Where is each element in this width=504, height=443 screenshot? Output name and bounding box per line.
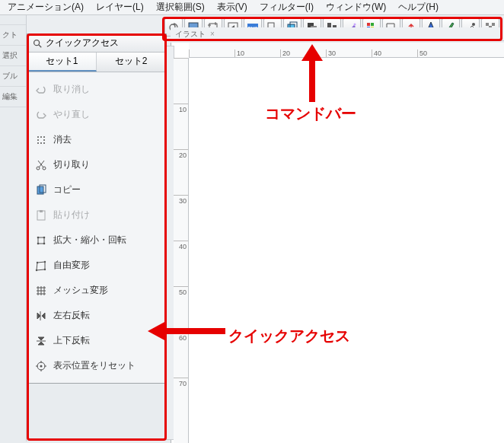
svg-point-17 bbox=[472, 23, 475, 26]
menu-animation[interactable]: アニメーション(A) bbox=[5, 1, 87, 14]
mesh-icon bbox=[35, 285, 47, 297]
svg-point-26 bbox=[43, 136, 45, 138]
svg-point-44 bbox=[44, 260, 46, 262]
dock-tab[interactable]: クト bbox=[0, 25, 26, 46]
svg-point-39 bbox=[37, 236, 40, 238]
qa-free-transform[interactable]: 自由変形 bbox=[27, 253, 166, 278]
qa-flip-horizontal[interactable]: 左右反転 bbox=[27, 303, 166, 328]
qa-label: メッシュ変形 bbox=[53, 284, 108, 297]
menu-filter[interactable]: フィルター(I) bbox=[257, 1, 317, 14]
qa-label: 消去 bbox=[53, 133, 72, 146]
qa-label: 切り取り bbox=[53, 158, 90, 171]
svg-point-28 bbox=[43, 139, 45, 141]
qa-reset-view[interactable]: 表示位置をリセット bbox=[27, 353, 166, 378]
svg-point-24 bbox=[37, 136, 39, 138]
svg-point-41 bbox=[37, 242, 40, 244]
paste-icon bbox=[35, 209, 47, 222]
scale-icon bbox=[35, 234, 47, 247]
qa-label: 左右反転 bbox=[53, 309, 90, 322]
svg-point-23 bbox=[34, 40, 40, 45]
qa-clear[interactable]: 消去 bbox=[27, 127, 166, 152]
svg-rect-37 bbox=[40, 210, 43, 212]
set-tab-1[interactable]: セット1 bbox=[27, 53, 97, 72]
qa-scale-rotate[interactable]: 拡大・縮小・回転 bbox=[27, 228, 166, 253]
undo-icon bbox=[35, 84, 47, 96]
quick-access-panel: クイックアクセス セット1 セット2 取り消し やり直し 消去 切り取り コピー… bbox=[27, 33, 167, 384]
flipv-icon bbox=[35, 335, 47, 347]
svg-rect-13 bbox=[367, 23, 370, 26]
dock-tab[interactable]: 選択 bbox=[0, 46, 26, 66]
qa-cut[interactable]: 切り取り bbox=[27, 152, 166, 177]
left-docked-strip: クト 選択 ブル 編集 bbox=[0, 15, 27, 441]
qa-label: コピー bbox=[53, 183, 81, 196]
qa-label: やり直し bbox=[53, 108, 90, 121]
qa-undo[interactable]: 取り消し bbox=[27, 77, 166, 102]
qa-label: 自由変形 bbox=[53, 259, 90, 272]
qa-label: 上下反転 bbox=[53, 334, 90, 347]
svg-rect-14 bbox=[371, 23, 374, 26]
menu-help[interactable]: ヘルプ(H) bbox=[395, 1, 442, 14]
ruler-horizontal: 1020304050 bbox=[189, 43, 504, 58]
qa-label: 表示位置をリセット bbox=[53, 359, 136, 372]
canvas-tab[interactable]: イラスト× bbox=[171, 27, 504, 41]
panel-title-tab[interactable]: クイックアクセス bbox=[27, 34, 166, 53]
cut-icon bbox=[35, 159, 47, 171]
svg-point-25 bbox=[40, 136, 42, 138]
svg-point-29 bbox=[37, 142, 39, 144]
copy-icon bbox=[35, 184, 47, 196]
qa-label: 拡大・縮小・回転 bbox=[53, 234, 126, 247]
menu-window[interactable]: ウィンドウ(W) bbox=[323, 1, 389, 14]
freetransform-icon bbox=[35, 260, 47, 272]
svg-point-48 bbox=[40, 365, 43, 367]
qa-copy[interactable]: コピー bbox=[27, 177, 166, 202]
qa-label: 貼り付け bbox=[53, 209, 90, 222]
annotation-commandbar-label: コマンドバー bbox=[265, 104, 356, 124]
annotation-quickaccess-label: クイックアクセス bbox=[228, 326, 350, 346]
clear-icon bbox=[35, 134, 47, 146]
svg-point-31 bbox=[43, 142, 45, 144]
dock-tab[interactable]: ブル bbox=[0, 66, 26, 87]
svg-point-30 bbox=[40, 142, 42, 144]
canvas-tab-label: イラスト bbox=[175, 29, 206, 40]
svg-point-45 bbox=[44, 268, 46, 269]
qa-mesh-transform[interactable]: メッシュ変形 bbox=[27, 278, 166, 303]
qa-label: 取り消し bbox=[53, 83, 90, 96]
dock-tab[interactable] bbox=[0, 15, 26, 25]
fliph-icon bbox=[35, 310, 47, 322]
redo-icon bbox=[35, 109, 47, 121]
qa-flip-vertical[interactable]: 上下反転 bbox=[27, 328, 166, 353]
ruler-vertical: 10203040506070 bbox=[174, 58, 189, 443]
qa-redo[interactable]: やり直し bbox=[27, 102, 166, 127]
svg-point-27 bbox=[37, 139, 39, 141]
menu-layer[interactable]: レイヤー(L) bbox=[93, 1, 147, 14]
canvas-area[interactable] bbox=[171, 43, 504, 443]
svg-point-12 bbox=[354, 23, 356, 25]
qa-paste[interactable]: 貼り付け bbox=[27, 202, 166, 228]
svg-rect-38 bbox=[38, 237, 44, 244]
svg-rect-20 bbox=[492, 23, 495, 26]
svg-point-42 bbox=[43, 242, 46, 244]
svg-rect-18 bbox=[486, 23, 489, 26]
set-tabs: セット1 セット2 bbox=[27, 53, 166, 72]
svg-point-40 bbox=[43, 236, 46, 238]
menu-view[interactable]: 表示(V) bbox=[214, 1, 250, 14]
set-tab-2[interactable]: セット2 bbox=[97, 53, 166, 72]
dock-tab[interactable]: 編集 bbox=[0, 87, 26, 107]
resetview-icon bbox=[35, 360, 47, 372]
svg-point-46 bbox=[36, 269, 37, 270]
quickaccess-icon bbox=[32, 38, 43, 49]
svg-point-43 bbox=[37, 261, 38, 263]
panel-title: クイックアクセス bbox=[46, 37, 119, 49]
menu-selection[interactable]: 選択範囲(S) bbox=[153, 1, 208, 14]
menubar: アニメーション(A) レイヤー(L) 選択範囲(S) 表示(V) フィルター(I… bbox=[0, 0, 504, 15]
quick-access-list: 取り消し やり直し 消去 切り取り コピー 貼り付け 拡大・縮小・回転 自由変形… bbox=[27, 72, 166, 383]
